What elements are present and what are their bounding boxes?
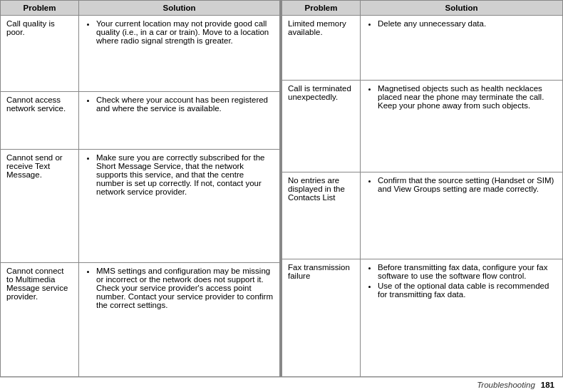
list-item: Magnetised objects such as health neckla…: [378, 84, 557, 110]
right-troubleshoot-table: Problem Solution Limited memory availabl…: [282, 0, 563, 377]
left-troubleshoot-table: Problem Solution Call quality is poor. Y…: [0, 0, 280, 377]
problem-cell: Call quality is poor.: [1, 16, 79, 92]
solution-cell: Make sure you are correctly subscribed f…: [79, 149, 280, 263]
list-item: Delete any unnecessary data.: [378, 19, 557, 28]
right-problem-header: Problem: [282, 1, 361, 16]
table-row: Limited memory available. Delete any unn…: [282, 16, 563, 81]
list-item: Confirm that the source setting (Handset…: [378, 176, 557, 193]
problem-cell: Cannot connect to Multimedia Message ser…: [1, 263, 79, 377]
list-item: Use of the optional data cable is recomm…: [378, 282, 557, 299]
problem-cell: Call is terminated unexpectedly.: [282, 81, 361, 172]
problem-cell: No entries are displayed in the Contacts…: [282, 172, 361, 259]
table-row: Cannot send or receive Text Message. Mak…: [1, 149, 280, 263]
footer-page: 181: [541, 381, 554, 389]
solution-cell: Confirm that the source setting (Handset…: [361, 172, 563, 259]
problem-cell: Cannot send or receive Text Message.: [1, 149, 79, 263]
solution-cell: Check where your account has been regist…: [79, 92, 280, 150]
table-row: Fax transmission failure Before transmit…: [282, 259, 563, 377]
problem-cell: Cannot access network service.: [1, 92, 79, 150]
list-item: MMS settings and configuration may be mi…: [96, 267, 274, 309]
table-row: Call is terminated unexpectedly. Magneti…: [282, 81, 563, 172]
list-item: Your current location may not provide go…: [96, 19, 274, 45]
left-problem-header: Problem: [1, 1, 79, 16]
table-row: Call quality is poor. Your current locat…: [1, 16, 280, 92]
list-item: Before transmitting fax data, configure …: [378, 263, 557, 280]
solution-cell: Before transmitting fax data, configure …: [361, 259, 563, 377]
solution-cell: MMS settings and configuration may be mi…: [79, 263, 280, 377]
table-row: No entries are displayed in the Contacts…: [282, 172, 563, 259]
list-item: Check where your account has been regist…: [96, 96, 274, 113]
footer: Troubleshooting 181: [0, 377, 563, 392]
left-table: Problem Solution Call quality is poor. Y…: [0, 0, 282, 377]
solution-cell: Magnetised objects such as health neckla…: [361, 81, 563, 172]
table-row: Cannot access network service. Check whe…: [1, 92, 280, 150]
solution-cell: Delete any unnecessary data.: [361, 16, 563, 81]
solution-cell: Your current location may not provide go…: [79, 16, 280, 92]
footer-label: Troubleshooting: [477, 381, 535, 389]
left-solution-header: Solution: [79, 1, 280, 16]
problem-cell: Fax transmission failure: [282, 259, 361, 377]
page-content: Problem Solution Call quality is poor. Y…: [0, 0, 563, 377]
problem-cell: Limited memory available.: [282, 16, 361, 81]
list-item: Make sure you are correctly subscribed f…: [96, 153, 274, 196]
right-table: Problem Solution Limited memory availabl…: [282, 0, 563, 377]
table-row: Cannot connect to Multimedia Message ser…: [1, 263, 280, 377]
right-solution-header: Solution: [361, 1, 563, 16]
